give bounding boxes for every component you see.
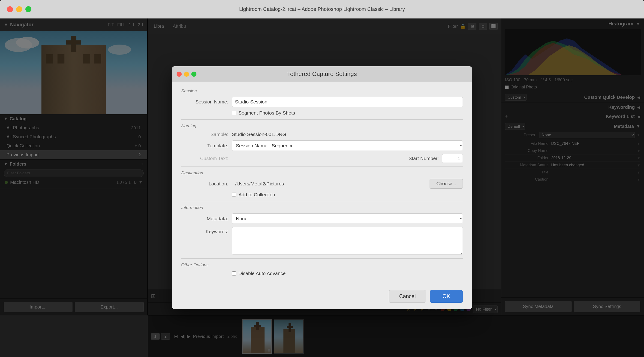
maximize-window-button[interactable] — [26, 6, 32, 12]
add-to-collection-checkbox[interactable] — [232, 193, 236, 197]
dialog-maximize-button[interactable] — [191, 72, 196, 77]
dialog-destination-label: Destination — [181, 170, 463, 176]
dialog-body: Session Session Name: Segment Photos By … — [172, 82, 472, 286]
dialog-titlebar: Tethered Capture Settings — [172, 66, 472, 82]
dialog-session-name-input[interactable] — [232, 97, 463, 107]
dialog-session-label: Session — [181, 89, 463, 94]
dialog-keywords-row: Keywords: — [181, 227, 463, 255]
dialog-segment-photos-row: Segment Photos By Shots — [181, 110, 463, 116]
dialog-metadata-field-label: Metadata: — [181, 216, 232, 221]
window-title: Lightroom Catalog-2.lrcat – Adobe Photos… — [239, 6, 405, 12]
dialog-location-path: /Users/Metal2/Pictures — [235, 181, 426, 187]
dialog-information-label: Information — [181, 205, 463, 210]
disable-auto-advance-label: Disable Auto Advance — [238, 271, 286, 276]
disable-auto-advance-checkbox[interactable] — [232, 271, 236, 275]
dialog-keywords-textarea[interactable] — [232, 227, 463, 255]
dialog-choose-button[interactable]: Choose... — [430, 179, 463, 189]
dialog-custom-text-label: Custom Text: — [181, 156, 232, 161]
dialog-sample-value: Studio Session-001.DNG — [232, 132, 286, 137]
segment-photos-label: Segment Photos By Shots — [238, 110, 295, 116]
dialog-start-number-label: Start Number: — [408, 156, 442, 161]
dialog-template-label: Template: — [181, 143, 232, 149]
dialog-close-button[interactable] — [176, 72, 182, 77]
minimize-window-button[interactable] — [16, 6, 22, 12]
window-titlebar: Lightroom Catalog-2.lrcat – Adobe Photos… — [0, 0, 644, 19]
dialog-other-options-label: Other Options — [181, 262, 463, 267]
dialog-location-label: Location: — [181, 181, 232, 187]
dialog-start-number-input[interactable] — [442, 154, 463, 163]
dialog-disable-auto-advance-row: Disable Auto Advance — [181, 271, 463, 276]
dialog-add-collection-row: Add to Collection — [181, 192, 463, 197]
dialog-naming-label: Naming — [181, 123, 463, 128]
dialog-keywords-label: Keywords: — [181, 227, 232, 234]
dialog-divider-4 — [181, 258, 463, 259]
dialog-ok-button[interactable]: OK — [430, 290, 463, 303]
tethered-capture-dialog: Tethered Capture Settings Session Sessio… — [172, 66, 472, 309]
dialog-sample-row: Sample: Studio Session-001.DNG — [181, 132, 463, 137]
dialog-template-row: Template: Session Name - Sequence — [181, 140, 463, 151]
dialog-custom-start-row: Custom Text: Start Number: — [181, 154, 463, 163]
dialog-session-name-row: Session Name: — [181, 97, 463, 107]
dialog-template-select[interactable]: Session Name - Sequence — [232, 140, 463, 151]
dialog-metadata-row: Metadata: None — [181, 213, 463, 224]
close-window-button[interactable] — [7, 6, 13, 12]
dialog-minimize-button[interactable] — [184, 72, 189, 77]
add-to-collection-label: Add to Collection — [238, 192, 275, 197]
dialog-sample-label: Sample: — [181, 132, 232, 137]
dialog-cancel-button[interactable]: Cancel — [389, 290, 426, 303]
dialog-window-buttons — [176, 72, 196, 77]
dialog-divider-3 — [181, 201, 463, 201]
dialog-metadata-select[interactable]: None — [232, 213, 463, 224]
dialog-divider-1 — [181, 119, 463, 120]
dialog-title: Tethered Capture Settings — [287, 71, 357, 78]
dialog-session-name-label: Session Name: — [181, 99, 232, 105]
segment-photos-checkbox[interactable] — [232, 111, 236, 115]
dialog-footer: Cancel OK — [172, 286, 472, 309]
dialog-overlay: Tethered Capture Settings Session Sessio… — [0, 19, 644, 357]
window-buttons — [7, 6, 32, 12]
dialog-location-row: Location: /Users/Metal2/Pictures Choose.… — [181, 179, 463, 189]
